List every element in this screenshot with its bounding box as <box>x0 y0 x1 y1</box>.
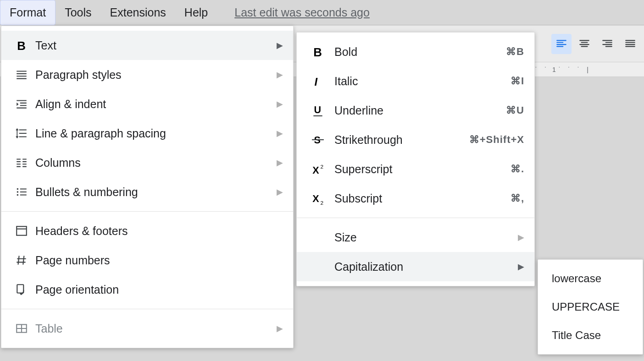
align-justify-icon <box>624 38 636 50</box>
shortcut-label: ⌘U <box>506 104 524 116</box>
superscript-icon <box>308 163 328 175</box>
shortcut-label: ⌘B <box>506 46 524 58</box>
chevron-right-icon: ▶ <box>277 40 283 50</box>
bold-icon <box>308 45 328 58</box>
format-item-paragraph-styles[interactable]: Paragraph styles ▶ <box>1 60 293 89</box>
menu-format[interactable]: Format <box>0 0 56 25</box>
menu-separator <box>297 218 534 218</box>
format-dropdown: Text ▶ Paragraph styles ▶ Align & indent… <box>1 26 294 348</box>
text-item-superscript[interactable]: Superscript ⌘. <box>297 154 534 184</box>
align-group <box>551 34 640 54</box>
ruler-mark: 1 <box>552 66 556 73</box>
chevron-right-icon: ▶ <box>277 70 283 80</box>
capitalization-submenu: lowercase UPPERCASE Title Case <box>538 259 643 355</box>
columns-icon <box>11 156 32 169</box>
italic-icon <box>308 75 328 88</box>
line-spacing-icon <box>11 127 32 140</box>
text-submenu: Bold ⌘B Italic ⌘I Underline ⌘U Strikethr… <box>296 32 535 286</box>
shortcut-label: ⌘, <box>511 192 524 204</box>
text-item-underline[interactable]: Underline ⌘U <box>297 96 534 125</box>
chevron-right-icon: ▶ <box>518 262 524 272</box>
menu-separator <box>1 309 293 309</box>
format-item-align-indent[interactable]: Align & indent ▶ <box>1 89 293 119</box>
text-item-italic[interactable]: Italic ⌘I <box>297 66 534 96</box>
last-edit-status[interactable]: Last edit was seconds ago <box>234 6 370 19</box>
shortcut-label: ⌘. <box>511 163 524 175</box>
bold-icon <box>11 39 32 52</box>
format-item-bullets-numbering[interactable]: Bullets & numbering ▶ <box>1 177 293 207</box>
subscript-icon <box>308 192 328 205</box>
shortcut-label: ⌘I <box>511 75 524 87</box>
align-right-button[interactable] <box>597 34 617 54</box>
chevron-right-icon: ▶ <box>277 158 283 168</box>
list-icon <box>11 186 32 198</box>
chevron-right-icon: ▶ <box>518 232 524 242</box>
format-item-page-numbers[interactable]: Page numbers <box>1 246 293 275</box>
align-left-button[interactable] <box>551 34 572 54</box>
chevron-right-icon: ▶ <box>277 323 283 334</box>
menu-extensions[interactable]: Extensions <box>101 0 175 25</box>
menu-tools[interactable]: Tools <box>56 0 100 25</box>
shortcut-label: ⌘+Shift+X <box>469 134 524 146</box>
align-justify-button[interactable] <box>620 34 640 54</box>
format-item-page-orientation[interactable]: Page orientation <box>1 275 293 304</box>
format-item-text[interactable]: Text ▶ <box>1 31 293 60</box>
header-footer-icon <box>11 224 32 237</box>
text-item-capitalization[interactable]: Capitalization ▶ <box>297 252 534 281</box>
strikethrough-icon <box>308 133 328 146</box>
format-item-table[interactable]: Table ▶ <box>1 314 293 343</box>
align-right-icon <box>601 38 613 50</box>
paragraph-icon <box>11 68 32 81</box>
cap-item-uppercase[interactable]: UPPERCASE <box>538 293 643 321</box>
cap-item-titlecase[interactable]: Title Case <box>538 321 643 350</box>
menu-help[interactable]: Help <box>175 0 217 25</box>
chevron-right-icon: ▶ <box>277 187 283 197</box>
hash-icon <box>11 254 32 267</box>
chevron-right-icon: ▶ <box>277 128 283 138</box>
text-item-size[interactable]: Size ▶ <box>297 223 534 252</box>
indent-icon <box>11 98 32 110</box>
align-center-button[interactable] <box>574 34 594 54</box>
text-item-strikethrough[interactable]: Strikethrough ⌘+Shift+X <box>297 125 534 154</box>
align-center-icon <box>578 38 590 50</box>
align-left-icon <box>555 38 567 50</box>
cap-item-lowercase[interactable]: lowercase <box>538 264 643 293</box>
format-item-headers-footers[interactable]: Headers & footers <box>1 216 293 246</box>
menu-separator <box>1 211 293 212</box>
table-icon <box>11 322 32 335</box>
underline-icon <box>308 104 328 117</box>
text-item-bold[interactable]: Bold ⌘B <box>297 37 534 66</box>
text-item-subscript[interactable]: Subscript ⌘, <box>297 184 534 213</box>
format-item-line-spacing[interactable]: Line & paragraph spacing ▶ <box>1 119 293 148</box>
orientation-icon <box>11 283 32 296</box>
menubar: Format Tools Extensions Help Last edit w… <box>0 0 644 25</box>
format-item-columns[interactable]: Columns ▶ <box>1 148 293 177</box>
chevron-right-icon: ▶ <box>277 99 283 109</box>
